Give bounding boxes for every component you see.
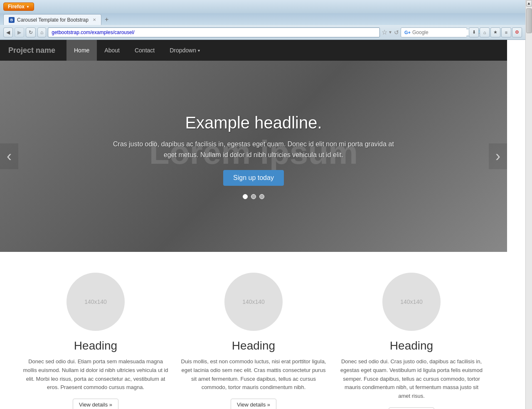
tab-favicon: B bbox=[9, 17, 15, 23]
browser-frame: Firefox ▼ B Carousel Template for Bootst… bbox=[0, 0, 525, 409]
feature-col-3: 140x140 Heading Donec sed odio dui. Cras… bbox=[339, 273, 484, 409]
search-input[interactable] bbox=[412, 30, 475, 35]
navbar-brand[interactable]: Project name bbox=[0, 40, 66, 61]
page-content: Project name Home About Contact Dropdown… bbox=[0, 40, 507, 409]
feature-heading-3: Heading bbox=[339, 339, 484, 352]
carousel-prev-button[interactable]: ‹ bbox=[0, 143, 18, 169]
dropdown-label: Dropdown bbox=[170, 47, 196, 54]
feature-heading-2: Heading bbox=[181, 339, 326, 352]
tab-close-icon[interactable]: ✕ bbox=[93, 17, 96, 22]
feature-col-2: 140x140 Heading Duis mollis, est non com… bbox=[181, 273, 326, 409]
titlebar: Firefox ▼ bbox=[0, 0, 525, 13]
menu-icon[interactable]: ≡ bbox=[501, 27, 511, 37]
feature-text-1: Donec sed odio dui. Etiam porta sem male… bbox=[23, 357, 168, 392]
carousel-dot-3[interactable] bbox=[259, 194, 264, 199]
back-button[interactable]: ◀ bbox=[3, 27, 13, 37]
bookmarks-icon[interactable]: ★ bbox=[490, 27, 500, 37]
search-bar[interactable]: G+ 🔍 bbox=[401, 27, 467, 37]
browser-toolbar: ◀ ▶ ↻ ⌂ ☆ ▼ ↺ G+ 🔍 ⬇ ⌂ ★ ≡ ⚙ bbox=[0, 25, 525, 40]
nav-item-home[interactable]: Home bbox=[66, 40, 97, 61]
features-section: 140x140 Heading Donec sed odio dui. Etia… bbox=[0, 252, 507, 409]
active-tab[interactable]: B Carousel Template for Bootstrap ✕ bbox=[3, 14, 101, 25]
feature-text-2: Duis mollis, est non commodo luctus, nis… bbox=[181, 357, 326, 392]
address-bar[interactable] bbox=[48, 27, 380, 37]
home-button[interactable]: ⌂ bbox=[37, 27, 46, 37]
home-toolbar-icon[interactable]: ⌂ bbox=[480, 27, 490, 37]
tab-title: Carousel Template for Bootstrap bbox=[17, 17, 89, 23]
nav-item-about[interactable]: About bbox=[97, 40, 127, 61]
carousel: Lorem ipsum ‹ Example headline. Cras jus… bbox=[0, 61, 507, 252]
carousel-next-button[interactable]: › bbox=[489, 143, 507, 169]
carousel-description: Cras justo odio, dapibus ac facilisis in… bbox=[108, 139, 399, 160]
feature-image-2: 140x140 bbox=[224, 273, 283, 331]
carousel-dot-1[interactable] bbox=[243, 194, 248, 199]
tools-icon[interactable]: ⚙ bbox=[512, 27, 522, 37]
browser-window: ▲ Firefox ▼ B Carousel Template for Boot… bbox=[0, 0, 532, 409]
navbar: Project name Home About Contact Dropdown… bbox=[0, 40, 507, 61]
feature-col-1: 140x140 Heading Donec sed odio dui. Etia… bbox=[23, 273, 168, 409]
feature-text-3: Donec sed odio dui. Cras justo odio, dap… bbox=[339, 357, 484, 401]
refresh-icon[interactable]: ↺ bbox=[394, 29, 399, 36]
feature-link-1[interactable]: View details » bbox=[73, 399, 118, 409]
nav-item-dropdown[interactable]: Dropdown ▾ bbox=[162, 40, 207, 61]
dropdown-caret-icon: ▾ bbox=[198, 48, 200, 53]
scroll-thumb[interactable] bbox=[526, 8, 532, 33]
feature-heading-1: Heading bbox=[23, 339, 168, 352]
carousel-indicators bbox=[108, 194, 399, 199]
feature-link-2[interactable]: View details » bbox=[231, 399, 276, 409]
carousel-cta-button[interactable]: Sign up today bbox=[223, 170, 284, 186]
nav-item-contact[interactable]: Contact bbox=[127, 40, 162, 61]
firefox-menu-button[interactable]: Firefox ▼ bbox=[3, 2, 34, 11]
scroll-up-btn[interactable]: ▲ bbox=[526, 0, 532, 7]
feature-image-1: 140x140 bbox=[66, 273, 125, 331]
forward-button[interactable]: ▶ bbox=[15, 27, 24, 37]
bookmark-icon[interactable]: ☆ bbox=[382, 28, 387, 36]
firefox-label: Firefox bbox=[8, 4, 25, 10]
navbar-nav: Home About Contact Dropdown ▾ bbox=[66, 40, 207, 61]
firefox-dropdown-icon: ▼ bbox=[26, 5, 30, 9]
feature-link-3[interactable]: View details » bbox=[389, 407, 434, 409]
new-tab-button[interactable]: + bbox=[101, 14, 112, 25]
dropdown-arrow-icon[interactable]: ▼ bbox=[388, 30, 392, 34]
feature-image-3: 140x140 bbox=[382, 273, 441, 331]
search-engine-icon: G+ bbox=[404, 30, 411, 35]
scrollbar[interactable]: ▲ bbox=[525, 0, 532, 409]
carousel-dot-2[interactable] bbox=[251, 194, 256, 199]
reload-button[interactable]: ↻ bbox=[26, 27, 36, 37]
download-icon[interactable]: ⬇ bbox=[469, 27, 479, 37]
tab-bar: B Carousel Template for Bootstrap ✕ + bbox=[0, 13, 525, 25]
carousel-content: Example headline. Cras justo odio, dapib… bbox=[66, 113, 441, 199]
carousel-headline: Example headline. bbox=[108, 113, 399, 132]
toolbar-icons: ⬇ ⌂ ★ ≡ ⚙ bbox=[469, 27, 522, 37]
